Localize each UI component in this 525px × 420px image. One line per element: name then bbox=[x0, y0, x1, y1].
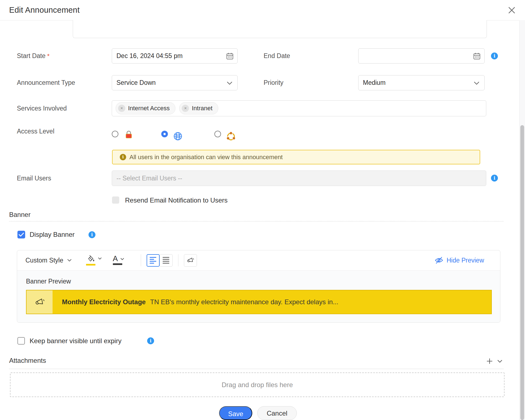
attachments-section-title: Attachments bbox=[9, 357, 46, 364]
info-icon: i bbox=[120, 154, 126, 160]
display-banner-label: Display Banner bbox=[30, 231, 75, 238]
start-date-input[interactable] bbox=[112, 49, 237, 63]
services-involved-field[interactable]: × Internet Access × Intranet bbox=[112, 100, 486, 116]
edit-announcement-dialog: Edit Announcement Start Date* End Date bbox=[0, 0, 525, 420]
text-color-tool[interactable]: A bbox=[113, 255, 124, 266]
calendar-icon[interactable] bbox=[473, 52, 481, 60]
banner-preview-area: Banner Preview Monthly Electricity Outa bbox=[17, 270, 500, 322]
resend-email-label: Resend Email Notification to Users bbox=[125, 196, 228, 204]
toolbar-separator bbox=[178, 254, 178, 266]
email-users-info-icon[interactable]: i bbox=[491, 175, 498, 182]
email-users-placeholder: -- Select Email Users -- bbox=[112, 171, 486, 186]
chevron-down-icon bbox=[120, 258, 124, 260]
fill-color-swatch bbox=[86, 264, 95, 266]
start-date-label: Start Date* bbox=[17, 48, 50, 64]
banner-section-title: Banner bbox=[9, 211, 30, 219]
fill-color-tool[interactable] bbox=[86, 254, 102, 266]
access-level-info-message: All users in the organisation can view t… bbox=[129, 154, 283, 161]
service-chip-label: Internet Access bbox=[128, 105, 170, 112]
access-level-radio-everyone[interactable] bbox=[161, 131, 168, 137]
announcement-type-label: Announcement Type bbox=[17, 75, 75, 90]
end-date-input[interactable] bbox=[358, 49, 484, 63]
email-users-label: Email Users bbox=[17, 170, 51, 186]
banner-icon-segment bbox=[27, 290, 53, 314]
priority-label: Priority bbox=[264, 75, 284, 90]
calendar-icon[interactable] bbox=[226, 52, 234, 60]
service-chip: × Intranet bbox=[179, 102, 218, 114]
access-level-radio-groups[interactable] bbox=[214, 131, 221, 137]
announcement-type-select[interactable]: Service Down bbox=[112, 75, 238, 90]
collapse-attachments-icon[interactable] bbox=[497, 360, 502, 363]
access-level-label: Access Level bbox=[17, 127, 54, 135]
paint-bucket-icon bbox=[86, 254, 95, 263]
priority-value: Medium bbox=[363, 75, 386, 90]
keep-banner-visible-label: Keep banner visible until expiry bbox=[30, 337, 121, 345]
section-divider bbox=[9, 369, 503, 369]
hide-preview-link[interactable]: Hide Preview bbox=[435, 256, 484, 264]
close-icon[interactable] bbox=[507, 6, 516, 15]
user-group-icon bbox=[226, 131, 236, 142]
required-asterisk: * bbox=[47, 53, 50, 59]
align-left-icon bbox=[150, 257, 156, 264]
text-color-swatch bbox=[113, 263, 122, 265]
remove-chip-icon[interactable]: × bbox=[182, 105, 189, 112]
keep-banner-info-icon[interactable]: i bbox=[147, 337, 154, 344]
chevron-down-icon bbox=[98, 257, 102, 260]
dialog-title: Edit Announcement bbox=[9, 0, 80, 20]
dialog-body: Start Date* End Date i bbox=[0, 20, 525, 420]
toolbar-separator bbox=[141, 254, 141, 266]
description-editor-fragment[interactable] bbox=[73, 20, 487, 38]
dialog-header: Edit Announcement bbox=[0, 0, 525, 20]
display-banner-checkbox[interactable] bbox=[17, 231, 25, 238]
megaphone-icon bbox=[186, 256, 194, 264]
globe-icon bbox=[173, 132, 183, 141]
section-divider bbox=[9, 221, 503, 222]
hide-preview-label: Hide Preview bbox=[447, 257, 484, 264]
announcement-type-value: Service Down bbox=[116, 75, 156, 90]
align-justify-button[interactable] bbox=[160, 254, 173, 267]
services-involved-label: Services Involved bbox=[17, 100, 67, 116]
display-banner-info-icon[interactable]: i bbox=[89, 231, 95, 238]
scrollbar-track[interactable] bbox=[519, 20, 525, 420]
end-date-info-icon[interactable]: i bbox=[491, 53, 498, 59]
save-button[interactable]: Save bbox=[219, 406, 252, 420]
dropzone-text: Drag and drop files here bbox=[222, 381, 293, 389]
cancel-button[interactable]: Cancel bbox=[257, 406, 297, 420]
email-users-field[interactable]: -- Select Email Users -- bbox=[112, 170, 486, 186]
resend-email-checkbox[interactable] bbox=[112, 196, 119, 204]
banner-title: Monthly Electricity Outage bbox=[62, 298, 146, 306]
add-attachment-icon[interactable] bbox=[486, 358, 493, 364]
end-date-label: End Date bbox=[264, 48, 290, 64]
lock-icon bbox=[124, 130, 134, 140]
align-justify-icon bbox=[163, 257, 169, 264]
announcement-banner-button[interactable] bbox=[184, 254, 197, 267]
announcement-banner-preview: Monthly Electricity Outage TN EB's month… bbox=[26, 290, 492, 314]
keep-banner-visible-checkbox[interactable] bbox=[17, 337, 25, 345]
text-color-icon: A bbox=[113, 255, 118, 262]
eye-off-icon bbox=[435, 256, 443, 264]
banner-editor: Custom Style bbox=[17, 250, 500, 323]
megaphone-icon bbox=[34, 296, 45, 308]
align-left-button[interactable] bbox=[147, 254, 160, 267]
chevron-down-icon bbox=[67, 259, 72, 262]
service-chip: × Internet Access bbox=[116, 102, 175, 114]
access-level-radio-private[interactable] bbox=[112, 131, 118, 137]
scrollbar-thumb[interactable] bbox=[520, 125, 524, 420]
start-date-input-wrap bbox=[112, 48, 238, 64]
banner-editor-toolbar: Custom Style bbox=[17, 250, 500, 270]
remove-chip-icon[interactable]: × bbox=[118, 105, 125, 112]
service-chip-label: Intranet bbox=[192, 105, 212, 112]
priority-select[interactable]: Medium bbox=[358, 75, 485, 90]
chevron-down-icon bbox=[474, 82, 479, 85]
banner-message: TN EB's monthly electricity maintenance … bbox=[150, 298, 338, 306]
access-level-info-strip: i All users in the organisation can view… bbox=[112, 150, 480, 164]
chevron-down-icon bbox=[227, 82, 232, 85]
custom-style-dropdown[interactable]: Custom Style bbox=[25, 257, 72, 264]
banner-preview-label: Banner Preview bbox=[26, 278, 71, 285]
end-date-input-wrap bbox=[358, 48, 485, 64]
attachments-dropzone[interactable]: Drag and drop files here bbox=[10, 372, 505, 397]
custom-style-label: Custom Style bbox=[25, 257, 63, 264]
